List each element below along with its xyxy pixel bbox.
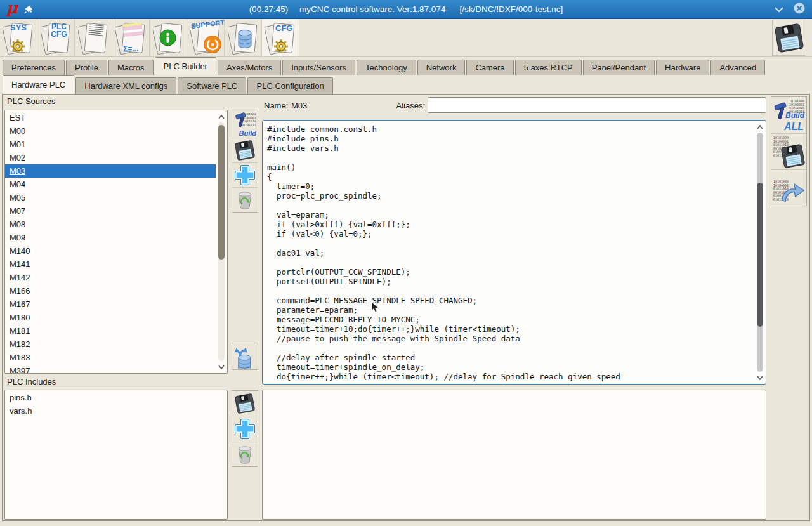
plc-source-item[interactable]: M01 [5, 138, 216, 151]
plc-cfg-button[interactable]: PLC CFG [37, 19, 75, 56]
window-app-title: myCNC control software. Ver:1.87.074- [299, 4, 449, 14]
save-plc-button[interactable] [232, 138, 258, 162]
plc-code-editor[interactable]: #include common.const.h #include pins.h … [262, 120, 766, 385]
add-plc-button[interactable] [232, 162, 258, 187]
macros-sum-button[interactable]: Σ=... [112, 19, 150, 56]
floppy-disk-icon [779, 142, 807, 170]
scroll-down-icon[interactable] [755, 373, 765, 382]
plc-source-item[interactable]: M180 [5, 311, 216, 324]
main-tab[interactable]: Advanced [710, 60, 765, 75]
plc-source-item[interactable]: M167 [5, 298, 216, 311]
plc-source-item[interactable]: M397 [5, 364, 216, 374]
info-button[interactable] [150, 19, 187, 56]
window-collapse-button[interactable] [774, 4, 784, 15]
add-include-button[interactable] [232, 416, 258, 442]
text-document-button[interactable] [75, 19, 112, 56]
build-output-box[interactable] [262, 390, 766, 520]
save-include-button[interactable] [232, 391, 258, 416]
main-tab[interactable]: PLC Builder [155, 57, 216, 75]
main-tab[interactable]: Camera [466, 60, 513, 75]
build-plc-button[interactable]: 10101000 10100001 01011010 00101011 Buil… [232, 110, 258, 138]
plc-source-item[interactable]: M04 [5, 178, 216, 191]
sources-scrollbar[interactable] [216, 111, 226, 372]
editor-scrollbar[interactable] [755, 121, 765, 383]
plc-source-item[interactable]: M08 [5, 218, 216, 231]
plc-source-item[interactable]: M02 [5, 151, 216, 164]
scroll-up-icon[interactable] [755, 122, 765, 131]
mouse-cursor [370, 301, 381, 315]
subtab[interactable]: Hardware PLC [3, 75, 74, 94]
save-profile-button[interactable] [772, 20, 806, 56]
scrollbar-thumb[interactable] [757, 183, 763, 327]
sources-toolbar: 10101000 10100001 01011010 00101011 Buil… [232, 110, 258, 213]
subtab[interactable]: Hardware XML configs [75, 77, 176, 94]
plc-source-code[interactable]: #include common.const.h #include pins.h … [267, 124, 753, 381]
main-tab[interactable]: Hardware [656, 60, 709, 75]
includes-toolbar [232, 390, 258, 467]
send-binary-button[interactable]: 10101000 10100001 01011010 00101011 0100… [771, 169, 806, 206]
window-title: (00:27:45) myCNC control software. Ver:1… [0, 4, 812, 14]
plc-source-item[interactable]: M05 [5, 191, 216, 204]
plc-source-item[interactable]: M142 [5, 271, 216, 284]
trash-icon [235, 444, 255, 464]
plc-source-item[interactable]: M03 [5, 164, 216, 178]
name-label: Name: [264, 101, 288, 110]
plc-source-item[interactable]: M182 [5, 338, 216, 351]
database-button[interactable] [225, 19, 262, 56]
plc-source-item[interactable]: M140 [5, 244, 216, 258]
delete-include-button[interactable] [232, 442, 258, 466]
window-clock: (00:27:45) [249, 4, 289, 14]
scrollbar-thumb[interactable] [218, 125, 225, 260]
main-tab[interactable]: Axes/Motors [218, 60, 281, 75]
main-tab[interactable]: Inputs/Sensors [282, 60, 355, 75]
plc-builder-subtabbar: Hardware PLCHardware XML configsSoftware… [3, 75, 812, 94]
database-export-icon [233, 345, 256, 369]
cfg-pages-icon: CFG [265, 21, 296, 55]
cfg-settings-button[interactable]: CFG [262, 19, 299, 56]
subtab[interactable]: PLC Configuration [247, 77, 332, 94]
sys-settings-button[interactable]: SYS [0, 19, 37, 56]
window-close-button[interactable] [793, 2, 806, 17]
main-tab[interactable]: Network [417, 60, 466, 75]
main-tab[interactable]: 5 axes RTCP [515, 60, 582, 75]
plc-sources-label: PLC Sources [7, 96, 56, 106]
main-tab[interactable]: Panel/Pendant [583, 60, 655, 75]
binary-bits-icon: 10101000 10100001 01011010 00101011 [241, 113, 256, 127]
export-toolbar [232, 343, 258, 370]
subtab[interactable]: Software PLC [178, 77, 246, 94]
save-binary-button[interactable]: 10101000 10100001 01011010 00101011 0100… [771, 133, 806, 169]
main-tab[interactable]: Profile [66, 60, 107, 75]
aliases-input[interactable] [428, 97, 766, 113]
plc-source-item[interactable]: M00 [5, 124, 216, 138]
plc-includes-list[interactable]: pins.hvars.h [4, 390, 228, 520]
aliases-label: Aliases: [358, 101, 425, 110]
build-all-button[interactable]: 10101000 10100001 01011010 00101011 Buil… [771, 97, 806, 133]
scroll-up-icon[interactable] [216, 112, 226, 121]
text-document-icon [78, 21, 108, 55]
main-tab[interactable]: Macros [108, 60, 154, 75]
plc-source-item[interactable]: M181 [5, 324, 216, 338]
export-plc-button[interactable] [232, 343, 258, 369]
floppy-disk-icon [233, 391, 256, 415]
support-button[interactable]: SUPPORT [187, 19, 225, 56]
plc-include-item[interactable]: vars.h [5, 404, 226, 418]
main-tab[interactable]: Technology [357, 60, 416, 75]
plc-source-item[interactable]: M07 [5, 204, 216, 218]
pin-icon[interactable] [24, 4, 34, 16]
window-file-path: [/sk/DNC/!DXF/000-test.nc] [460, 4, 563, 14]
plc-source-item[interactable]: M166 [5, 284, 216, 298]
build-all-toolbar: 10101000 10100001 01011010 00101011 Buil… [771, 96, 807, 206]
plc-source-item[interactable]: M09 [5, 231, 216, 244]
delete-plc-button[interactable] [232, 187, 258, 212]
upload-arrow-icon [779, 178, 806, 203]
plc-sources-list[interactable]: ESTM00M01M02M03M04M05M07M08M09M140M141M1… [4, 110, 228, 374]
plc-include-item[interactable]: pins.h [5, 391, 226, 404]
plus-icon [235, 419, 255, 439]
plc-source-item[interactable]: M141 [5, 258, 216, 271]
scroll-down-icon[interactable] [216, 362, 226, 371]
plc-source-item[interactable]: EST [5, 111, 216, 124]
plc-source-item[interactable]: M183 [5, 351, 216, 364]
main-tabbar: PreferencesProfileMacrosPLC BuilderAxes/… [3, 57, 812, 75]
main-tab[interactable]: Preferences [3, 60, 65, 75]
main-toolbar: SYS PLC CFG [0, 19, 812, 57]
